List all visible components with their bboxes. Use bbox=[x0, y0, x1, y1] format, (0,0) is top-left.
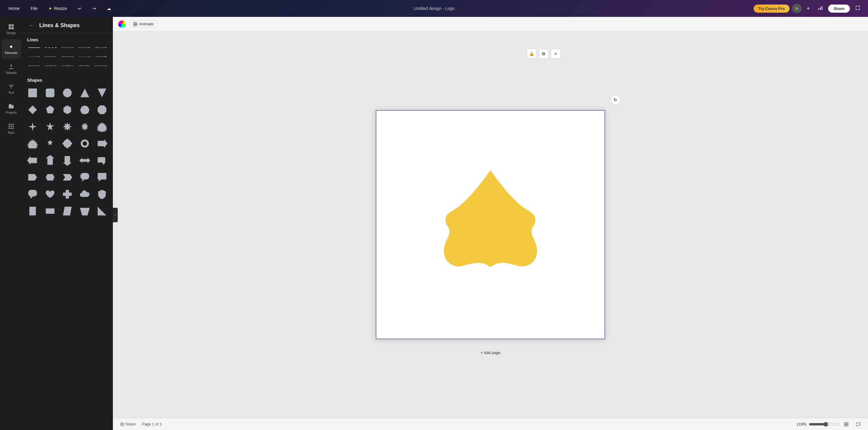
line-dots-bar[interactable] bbox=[77, 63, 91, 69]
shape-square[interactable] bbox=[25, 85, 40, 101]
shape-rounded-star[interactable] bbox=[42, 136, 58, 152]
design-canvas[interactable] bbox=[376, 110, 605, 339]
fullscreen-button[interactable] bbox=[852, 4, 863, 13]
svg-point-40 bbox=[81, 65, 82, 66]
animate-button[interactable]: Animate bbox=[129, 20, 158, 28]
shape-tag-right[interactable] bbox=[25, 169, 40, 185]
svg-rect-3 bbox=[9, 24, 11, 26]
shape-double-arrow[interactable] bbox=[77, 153, 93, 168]
shape-triangle-down[interactable] bbox=[94, 85, 110, 101]
shape-speech-bubble-round[interactable] bbox=[77, 169, 93, 185]
shape-arrow-left[interactable] bbox=[25, 153, 40, 168]
zoom-slider[interactable] bbox=[809, 422, 839, 427]
line-arrow-right[interactable] bbox=[77, 45, 91, 51]
shape-8star[interactable] bbox=[77, 119, 93, 134]
shape-circle[interactable] bbox=[59, 85, 75, 101]
line-dotted[interactable] bbox=[60, 45, 74, 51]
sidebar-item-projects[interactable]: Projects bbox=[1, 99, 21, 118]
shape-rect-tall[interactable] bbox=[25, 203, 40, 219]
shape-burst[interactable] bbox=[94, 119, 110, 134]
shape-rect-wide[interactable] bbox=[42, 203, 58, 219]
shape-flower[interactable] bbox=[59, 136, 75, 152]
svg-rect-16 bbox=[13, 128, 14, 129]
line-bidirectional-bar[interactable] bbox=[60, 54, 74, 60]
line-dot-end[interactable] bbox=[27, 63, 41, 69]
line-mid-dot[interactable] bbox=[44, 63, 58, 69]
svg-marker-58 bbox=[81, 123, 88, 131]
share-button[interactable]: Share bbox=[828, 4, 850, 13]
topbar: Home File ✦ Resize ↩ ↪ ☁ Untitled design… bbox=[0, 0, 868, 17]
sidebar-item-design[interactable]: Design bbox=[1, 19, 21, 39]
svg-rect-10 bbox=[13, 124, 14, 125]
shape-octagon[interactable] bbox=[94, 102, 110, 118]
user-avatar[interactable]: A bbox=[792, 4, 802, 13]
notes-button[interactable]: Notes bbox=[118, 421, 138, 427]
line-double-arrow[interactable] bbox=[94, 45, 108, 51]
shape-trapezoid[interactable] bbox=[77, 203, 93, 219]
fullscreen-canvas-button[interactable] bbox=[854, 421, 863, 427]
line-mid-square[interactable] bbox=[60, 63, 74, 69]
sidebar-item-uploads[interactable]: Uploads bbox=[1, 59, 21, 78]
line-dotted-arrow[interactable] bbox=[27, 54, 41, 60]
sidebar-item-design-label: Design bbox=[6, 31, 16, 35]
line-double-bar[interactable] bbox=[94, 63, 108, 69]
line-dashed[interactable] bbox=[44, 45, 58, 51]
undo-button[interactable]: ↩ bbox=[74, 4, 85, 13]
file-button[interactable]: File bbox=[27, 4, 41, 13]
shape-triangle-up[interactable] bbox=[77, 85, 93, 101]
shape-badge-spiky[interactable] bbox=[25, 136, 40, 152]
panel-back-button[interactable]: ← bbox=[27, 22, 36, 29]
shape-pentagon[interactable] bbox=[42, 102, 58, 118]
shape-parallelogram[interactable] bbox=[59, 203, 75, 219]
copy-frame-button[interactable]: ⧉ bbox=[539, 49, 548, 59]
shape-cloud[interactable] bbox=[77, 186, 93, 202]
line-bar-left[interactable] bbox=[44, 54, 58, 60]
svg-rect-1 bbox=[820, 7, 821, 10]
shape-shield[interactable] bbox=[94, 186, 110, 202]
rotate-handle[interactable]: ↻ bbox=[611, 95, 620, 105]
analytics-button[interactable] bbox=[815, 4, 826, 13]
home-button[interactable]: Home bbox=[5, 4, 23, 13]
shape-rounded-rect[interactable] bbox=[42, 85, 58, 101]
fit-page-button[interactable] bbox=[841, 421, 851, 427]
shape-tag-both[interactable] bbox=[42, 169, 58, 185]
add-page-button[interactable]: + Add page bbox=[471, 348, 510, 357]
shape-callout-right[interactable] bbox=[94, 153, 110, 168]
line-dotted-bar[interactable] bbox=[77, 54, 91, 60]
add-collaborator-button[interactable]: + bbox=[804, 4, 812, 13]
svg-marker-93 bbox=[63, 207, 72, 216]
shape-4star[interactable] bbox=[25, 119, 40, 134]
redo-icon: ↪ bbox=[92, 6, 96, 11]
sidebar-item-elements[interactable]: Elements bbox=[1, 39, 21, 59]
sidebar-item-text[interactable]: Text bbox=[1, 79, 21, 98]
hide-panel-button[interactable]: › bbox=[113, 208, 118, 222]
lock-button[interactable]: 🔒 bbox=[527, 49, 536, 59]
svg-rect-104 bbox=[844, 425, 846, 426]
shape-5star[interactable] bbox=[42, 119, 58, 134]
shape-right-triangle[interactable] bbox=[94, 203, 110, 219]
shape-hexagon[interactable] bbox=[59, 102, 75, 118]
shape-arrow-down[interactable] bbox=[59, 153, 75, 168]
try-pro-button[interactable]: Try Canva Pro bbox=[754, 4, 789, 13]
shape-speech-bubble-square[interactable] bbox=[94, 169, 110, 185]
star-shape[interactable] bbox=[418, 152, 563, 297]
resize-button[interactable]: ✦ Resize bbox=[45, 4, 71, 13]
shape-diamond[interactable] bbox=[25, 102, 40, 118]
shape-arrow-right-shape[interactable] bbox=[94, 136, 110, 152]
panel-header: ← Lines & Shapes bbox=[22, 17, 113, 33]
line-square-end[interactable] bbox=[94, 54, 108, 60]
shape-cross[interactable] bbox=[59, 186, 75, 202]
sidebar-item-apps[interactable]: Apps bbox=[1, 119, 21, 138]
shape-donut[interactable] bbox=[77, 136, 93, 152]
shape-bubble-left[interactable] bbox=[25, 186, 40, 202]
color-picker[interactable] bbox=[118, 20, 126, 28]
line-solid[interactable] bbox=[27, 45, 41, 51]
cloud-save-button[interactable]: ☁ bbox=[103, 4, 115, 13]
shape-heart[interactable] bbox=[42, 186, 58, 202]
shape-arrow-up[interactable] bbox=[42, 153, 58, 168]
shape-6star[interactable] bbox=[59, 119, 75, 134]
add-frame-button[interactable]: + bbox=[551, 49, 560, 59]
shape-tag-arrow[interactable] bbox=[59, 169, 75, 185]
redo-button[interactable]: ↪ bbox=[89, 4, 100, 13]
shape-heptagon[interactable] bbox=[77, 102, 93, 118]
